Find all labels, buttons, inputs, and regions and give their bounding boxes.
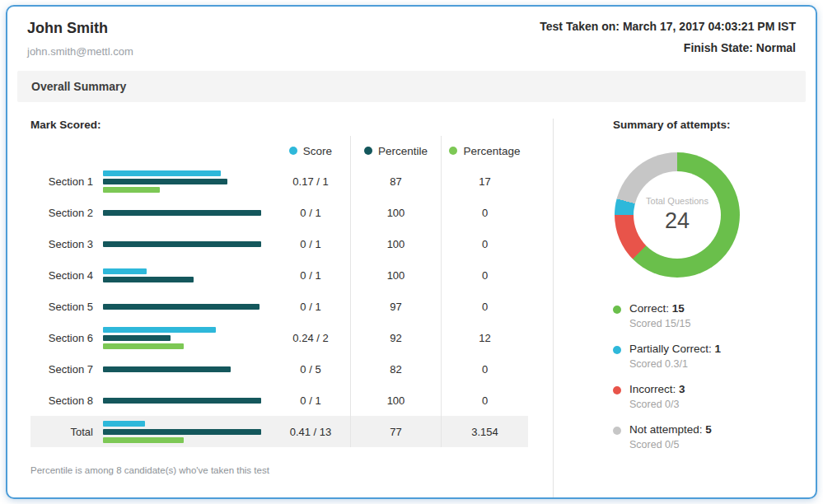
score-cell: 0 / 1: [271, 291, 350, 322]
table-row: Section 60.24 / 29212: [30, 322, 528, 353]
legend-count: 1: [715, 343, 722, 355]
marks-panel: Mark Scored: Score Percentile: [7, 119, 554, 497]
percentage-cell: 0: [441, 353, 528, 385]
score-cell: 0 / 5: [271, 353, 350, 385]
legend-dot: [613, 427, 621, 435]
score-legend-dot: [289, 147, 297, 155]
bar-percentile: [103, 277, 194, 282]
percentage-cell: 3.154: [441, 416, 528, 447]
legend-scored: Scored 0/3: [629, 399, 685, 410]
score-cell: 0 / 1: [271, 259, 350, 291]
legend-text: Not attempted: 5Scored 0/5: [629, 423, 712, 450]
report-content: Mark Scored: Score Percentile: [7, 102, 816, 497]
overall-summary-title: Overall Summary: [31, 80, 126, 93]
percentage-cell: 0: [441, 385, 528, 416]
row-label: Section 3: [30, 228, 103, 259]
percentage-cell: 0: [441, 228, 528, 259]
score-cell: 0 / 1: [271, 385, 350, 416]
percentile-cell: 100: [350, 385, 441, 416]
row-bars: [103, 197, 271, 228]
row-bars: [103, 291, 271, 322]
bar-score: [103, 421, 145, 427]
candidate-email: john.smith@mettl.com: [27, 45, 133, 58]
column-header-percentile: Percentile: [350, 136, 441, 166]
legend-text: Partially Correct: 1Scored 0.3/1: [629, 343, 721, 370]
bar-percentile: [103, 210, 261, 216]
legend-dot: [613, 306, 621, 314]
table-row: Section 80 / 11000: [30, 385, 528, 416]
attempts-donut-chart: Total Questions 24: [615, 152, 740, 278]
row-label: Section 2: [30, 197, 103, 228]
percentile-column-label: Percentile: [378, 145, 428, 157]
percentage-cell: 0: [441, 197, 528, 228]
legend-count: 3: [679, 383, 685, 395]
report-header: John Smith john.smith@mettl.com Test Tak…: [7, 7, 816, 68]
attempts-legend: Correct: 15Scored 15/15Partially Correct…: [613, 302, 796, 450]
bar-percentile: [103, 429, 261, 435]
legend-count: 15: [672, 302, 685, 315]
column-header-score: Score: [271, 136, 350, 166]
score-cell: 0.24 / 2: [271, 322, 350, 353]
row-label: Section 8: [30, 385, 103, 416]
percentile-footnote: Percentile is among 8 candidate(s) who'v…: [30, 465, 528, 475]
legend-label: Correct: 15: [629, 302, 690, 315]
score-cell: 0.17 / 1: [271, 166, 350, 197]
marks-title: Mark Scored:: [30, 119, 528, 131]
percentile-cell: 97: [350, 291, 441, 322]
report-card: John Smith john.smith@mettl.com Test Tak…: [6, 5, 817, 499]
percentage-cell: 17: [441, 166, 528, 197]
test-taken-line: Test Taken on: March 17, 2017 04:03:21 P…: [540, 20, 796, 33]
table-row: Section 70 / 5820: [30, 353, 528, 385]
table-row: Section 30 / 11000: [30, 228, 528, 259]
bar-percentage: [103, 437, 184, 443]
bar-percentage: [103, 343, 184, 349]
legend-dot: [613, 386, 621, 394]
row-bars: [103, 385, 271, 416]
donut-center: Total Questions 24: [634, 171, 721, 259]
test-meta: Test Taken on: March 17, 2017 04:03:21 P…: [540, 20, 796, 58]
row-bars: [103, 259, 271, 291]
percentile-cell: 77: [350, 416, 441, 447]
column-header-percentage: Percentage: [441, 136, 528, 166]
report-page: John Smith john.smith@mettl.com Test Tak…: [0, 0, 823, 504]
table-header-row: Score Percentile Percentage: [30, 136, 528, 166]
legend-scored: Scored 0/5: [629, 439, 712, 450]
percentile-cell: 82: [350, 353, 441, 385]
legend-text: Incorrect: 3Scored 0/3: [629, 383, 685, 410]
row-label: Total: [30, 416, 103, 447]
test-taken-value: March 17, 2017 04:03:21 PM IST: [623, 20, 796, 33]
donut-center-label: Total Questions: [646, 196, 708, 206]
attempts-legend-item: Correct: 15Scored 15/15: [613, 302, 796, 329]
finish-state-label: Finish State:: [684, 41, 753, 54]
header-spacer: [30, 136, 103, 166]
score-cell: 0.41 / 13: [271, 416, 350, 447]
table-row: Section 50 / 1970: [30, 291, 528, 322]
table-row: Section 40 / 11000: [30, 259, 528, 291]
percentage-cell: 0: [441, 291, 528, 322]
row-label: Section 5: [30, 291, 103, 322]
bar-score: [103, 327, 216, 333]
bar-percentile: [103, 179, 227, 184]
legend-count: 5: [705, 423, 712, 436]
legend-label: Incorrect: 3: [629, 383, 685, 395]
attempts-title: Summary of attempts:: [613, 119, 796, 131]
row-bars: [103, 228, 271, 259]
legend-label: Not attempted: 5: [629, 423, 712, 436]
finish-state-value: Normal: [756, 41, 796, 54]
percentile-cell: 100: [350, 259, 441, 291]
bar-score: [103, 170, 221, 176]
row-bars: [103, 353, 271, 385]
row-bars: [103, 166, 271, 197]
attempts-legend-item: Partially Correct: 1Scored 0.3/1: [613, 343, 796, 370]
table-row-total: Total0.41 / 13773.154: [30, 416, 528, 447]
legend-scored: Scored 0.3/1: [629, 358, 721, 370]
legend-scored: Scored 15/15: [629, 318, 690, 329]
percentile-cell: 100: [350, 197, 441, 228]
table-row: Section 10.17 / 18717: [30, 166, 528, 197]
bar-percentile: [103, 366, 231, 372]
bar-percentage: [103, 187, 160, 193]
percentile-cell: 92: [350, 322, 441, 353]
overall-summary-bar: Overall Summary: [17, 71, 806, 102]
finish-state-line: Finish State: Normal: [540, 41, 796, 54]
bar-percentile: [103, 304, 260, 310]
